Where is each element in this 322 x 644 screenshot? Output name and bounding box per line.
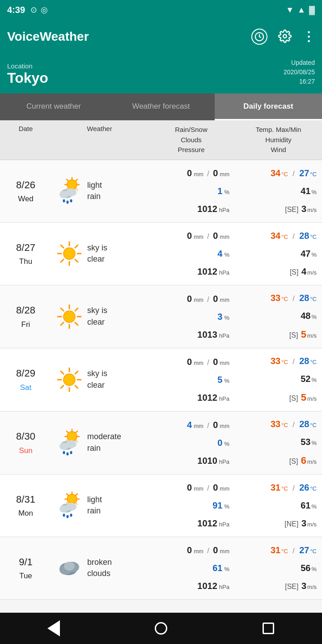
cell-rain-2: 0mm / 0mm 3% 1013hPa	[148, 286, 235, 347]
humidity-3: 52%	[240, 370, 317, 388]
cell-weather-1: sky isclear	[51, 235, 148, 272]
cell-temp-5: 31°C / 26°C 61% [NE] 3m/s	[235, 475, 322, 536]
cell-rain-1: 0mm / 0mm 4% 1012hPa	[148, 223, 235, 284]
temp-max-min-5: 31°C / 26°C	[240, 479, 317, 496]
location-label: Location	[7, 62, 48, 70]
tab-weather-forecast[interactable]: Weather forecast	[107, 93, 215, 120]
weather-desc-6: brokenclouds	[87, 557, 112, 579]
status-icons: ⊙ ◎	[30, 5, 48, 15]
back-button[interactable]	[40, 615, 67, 642]
svg-line-7	[67, 179, 68, 181]
recents-button[interactable]	[255, 615, 282, 642]
temp-max-min-1: 34°C / 28°C	[240, 227, 317, 245]
rain-pressure-2: 1013hPa	[153, 326, 229, 343]
settings-button[interactable]	[278, 30, 292, 44]
date-num-4: 8/30	[0, 428, 51, 444]
rain-clouds-0: 1%	[153, 182, 229, 200]
cell-weather-5: lightrain	[51, 487, 148, 524]
svg-line-32	[75, 322, 78, 325]
bottom-nav	[0, 613, 322, 644]
svg-line-64	[67, 494, 68, 496]
date-num-1: 8/27	[0, 240, 51, 255]
tab-current-weather[interactable]: Current weather	[0, 93, 107, 120]
svg-line-22	[61, 245, 64, 248]
date-day-6: Tue	[0, 570, 51, 582]
table-header: Date Weather Rain/Snow Clouds Pressure T…	[0, 120, 322, 160]
svg-point-26	[64, 311, 75, 322]
status-time: 4:39	[7, 5, 25, 15]
svg-point-56	[63, 451, 65, 454]
rain-clouds-1: 4%	[153, 245, 229, 263]
cell-temp-3: 33°C / 28°C 52% [S] 5m/s	[235, 348, 322, 411]
rain-pressure-0: 1012hPa	[153, 200, 229, 218]
svg-point-58	[70, 451, 72, 454]
table-row: 8/30 Sun mo	[0, 411, 322, 475]
svg-point-57	[67, 452, 69, 455]
rain-pressure-4: 1010hPa	[153, 452, 229, 470]
cell-weather-4: moderaterain	[51, 424, 148, 462]
svg-line-51	[76, 431, 77, 433]
svg-point-55	[59, 443, 68, 450]
svg-point-15	[67, 201, 69, 204]
home-button[interactable]	[148, 615, 174, 642]
cell-temp-1: 34°C / 28°C 47% [S] 4m/s	[235, 223, 322, 284]
weather-icon-2	[55, 302, 84, 331]
forecast-table: 8/26 Wed li	[0, 160, 322, 600]
cell-date-4: 8/30 Sun	[0, 424, 51, 461]
status-right: ▼ ▲ ▓	[286, 5, 315, 15]
status-bar: 4:39 ⊙ ◎ ▼ ▲ ▓	[0, 0, 322, 20]
rain-precipitation-6: 0mm / 0mm	[153, 541, 229, 559]
location-city: Tokyo	[7, 70, 48, 86]
svg-line-43	[61, 386, 64, 388]
clock-button[interactable]	[251, 29, 267, 45]
tab-daily-forecast[interactable]: Daily forecast	[215, 93, 322, 120]
weather-icon-0	[55, 177, 84, 205]
signal-icon: ▲	[297, 5, 305, 15]
notification-icon: ◎	[41, 5, 48, 15]
humidity-4: 53%	[240, 433, 317, 451]
svg-point-73	[70, 514, 72, 517]
cell-rain-4: 4mm / 0mm 0% 1010hPa	[148, 412, 235, 473]
svg-point-70	[59, 505, 68, 513]
table-row: 8/29 Sat sky isclear 0mm / 0mm	[0, 348, 322, 411]
humidity-5: 61%	[240, 496, 317, 514]
more-options-button[interactable]: ⋮	[302, 30, 315, 43]
date-day-1: Thu	[0, 255, 51, 267]
table-row: 8/27 Thu sky isclear 0mm / 0mm	[0, 223, 322, 285]
cell-rain-0: 0mm / 0mm 1% 1012hPa	[148, 161, 235, 221]
svg-line-25	[61, 259, 64, 262]
rain-pressure-5: 1012hPa	[153, 514, 229, 532]
weather-desc-4: moderaterain	[87, 431, 121, 453]
svg-point-72	[67, 515, 69, 518]
svg-point-1	[283, 34, 287, 38]
header-date: Date	[0, 125, 51, 155]
wind-1: [S] 4m/s	[240, 263, 317, 280]
location-bar: Location Tokyo Updated 2020/08/25 16:27	[0, 54, 322, 93]
weather-icon-1	[55, 239, 84, 268]
table-row: 8/28 Fri sky isclear 0mm / 0mm	[0, 285, 322, 348]
rain-precipitation-3: 0mm / 0mm	[153, 353, 229, 371]
rain-clouds-6: 61%	[153, 559, 229, 577]
date-day-5: Mon	[0, 507, 51, 519]
wind-3: [S] 5m/s	[240, 388, 317, 407]
app-title: VoiceWeather	[7, 30, 251, 44]
cell-weather-2: sky isclear	[51, 298, 148, 335]
humidity-0: 41%	[240, 182, 317, 200]
svg-line-33	[75, 308, 78, 311]
rain-clouds-4: 0%	[153, 434, 229, 452]
svg-line-34	[61, 322, 64, 325]
wind-5: [NE] 3m/s	[240, 514, 317, 532]
app-bar: VoiceWeather ⋮	[0, 20, 322, 54]
rain-precipitation-1: 0mm / 0mm	[153, 227, 229, 245]
cell-date-3: 8/29 Sat	[0, 361, 51, 398]
rain-clouds-5: 91%	[153, 496, 229, 514]
date-day-4: Sun	[0, 445, 51, 457]
date-day-3: Sat	[0, 381, 51, 394]
svg-line-41	[75, 386, 78, 388]
cell-temp-6: 31°C / 27°C 56% [SE] 3m/s	[235, 538, 322, 598]
app-bar-icons: ⋮	[251, 29, 315, 45]
cell-temp-0: 34°C / 27°C 41% [SE] 3m/s	[235, 161, 322, 221]
rain-precipitation-5: 0mm / 0mm	[153, 479, 229, 496]
rain-precipitation-4: 4mm / 0mm	[153, 416, 229, 434]
svg-line-66	[76, 494, 77, 496]
